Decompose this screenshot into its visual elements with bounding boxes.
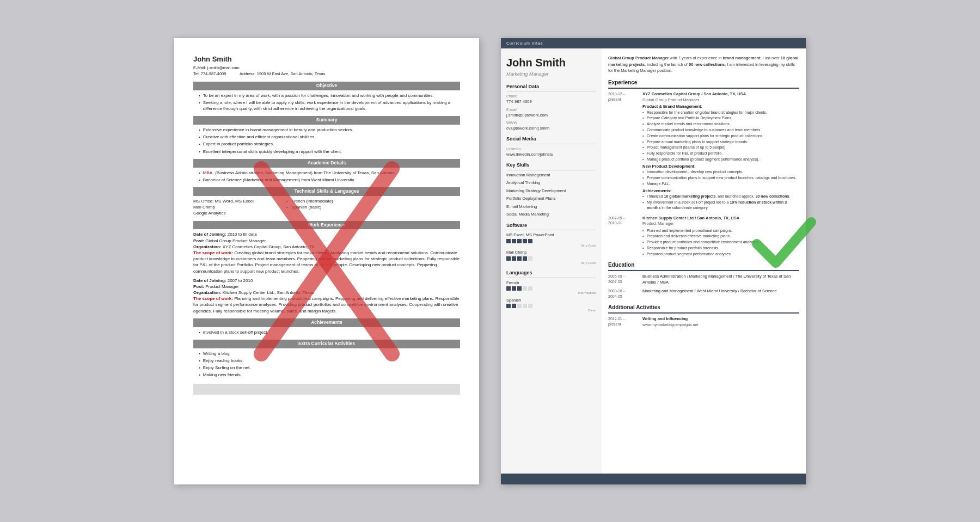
summary-bullet-1: Extensive experience in brand management… (193, 127, 460, 133)
languages-list: French Intermediate Spanish (506, 280, 596, 313)
summary-bullet-4: Excellent interpersonal skills quickly d… (193, 149, 460, 155)
good-resume: Curriculum Vitae John Smith Marketing Ma… (501, 38, 806, 484)
exp-date-1: 2010-12 -present (608, 91, 638, 211)
software-excel: MS Excel, MS PowerPoint Very Good (506, 232, 596, 248)
work-entry-2: Date of Joining: 2007 to 2010 Post: Prod… (193, 278, 460, 314)
social-title: Social Media (506, 136, 596, 144)
www-label: WWW (506, 120, 596, 126)
academic-bullet-2: Bachelor of Science (Marketing and Manag… (193, 177, 460, 183)
phone-label: Phone (506, 94, 596, 99)
work-entry-1: Date of Joining: 2010 to till date Post:… (193, 231, 460, 274)
exp-entry-2: 2007-09 -2010-11 Kitchen Supply Center L… (608, 216, 799, 257)
edu-entry-2: 2000-10 -2004-05 Marketing and Managemen… (608, 288, 799, 299)
objective-title: Objective (193, 82, 460, 90)
academic-bullet-1: MBA (Business Administration, Marketing … (193, 170, 460, 176)
tech-skills-row: MS Office: MS Word, MS Excel Mail Chimp … (193, 198, 460, 217)
tech-left: MS Office: MS Word, MS Excel Mail Chimp … (193, 198, 254, 217)
education-title: Education (608, 261, 799, 271)
left-email: E-Mail: j.smith@mail.com (193, 65, 460, 71)
lang-french: French Intermediate (506, 280, 596, 296)
extra-bullet-2: Enjoy reading books. (193, 358, 460, 364)
skills-title: Key Skills (506, 162, 596, 170)
left-name: John Smith (193, 54, 460, 64)
skill-analytical: Analytical Thinking (506, 180, 596, 186)
languages-title: Languages (506, 269, 596, 278)
cv-left-col: John Smith Marketing Manager Personal Da… (501, 48, 602, 473)
experience-title: Experience (608, 79, 799, 89)
activities-title: Additional Activities (608, 304, 799, 314)
skill-marketing-strategy: Marketing Strategy Development (506, 188, 596, 194)
skills-list: Innovation Management Analytical Thinkin… (506, 173, 596, 218)
summary-title: Summary (193, 116, 460, 125)
cv-bottom-bar (501, 474, 806, 484)
bad-resume: John Smith E-Mail: j.smith@mail.com Tel:… (174, 38, 479, 484)
edu-entry-1: 2005-09 -2007-05 Business Administration… (608, 274, 799, 285)
linkedin-value: www.linkedin.com/johnstu (506, 152, 596, 158)
activity-entry-1: 2012-01 -present Writing and Influencing… (608, 316, 799, 327)
extra-bullet-3: Enjoy Surfing on the net. (193, 365, 460, 371)
exp-entry-1: 2010-12 -present XYZ Cosmetics Capital G… (608, 91, 799, 211)
academic-title: Academic Details (193, 159, 460, 168)
summary-bullet-2: Creative with effective and efficient or… (193, 134, 460, 140)
linkedin-label: LinkedIn (506, 146, 596, 152)
skill-innovation: Innovation Management (506, 173, 596, 179)
exp-date-2: 2007-09 -2010-11 (608, 216, 638, 257)
left-tel-address: Tel: 774-987-4009 Address: 1905 W East A… (193, 71, 460, 77)
extra-title: Extra Curricular Activities (193, 340, 460, 348)
cv-right-col: Global Group Product Manager with 7 year… (602, 48, 806, 473)
skill-portfolio: Portfolio Deployment Plans (506, 196, 596, 202)
software-list: MS Excel, MS PowerPoint Very Good Mail C… (506, 232, 596, 265)
skill-email-marketing: E-mail Marketing (506, 204, 596, 210)
extra-bullet-1: Writing a blog. (193, 351, 460, 357)
cv-label: Curriculum Vitae (506, 41, 543, 45)
lang-spanish: Spanish Basic (506, 298, 596, 313)
email-value: j.smith@uptowork.com (506, 113, 596, 119)
main-container: John Smith E-Mail: j.smith@mail.com Tel:… (152, 16, 828, 506)
achievements-bullet: Involved in a stock sell-off project. (193, 329, 460, 335)
cv-header-bar: Curriculum Vitae (501, 38, 806, 49)
phone-value: 774-987-4009 (506, 99, 596, 105)
objective-bullet-1: To be an expert in my area of work, with… (193, 93, 460, 99)
skill-social-media: Social Media Marketing (506, 212, 596, 218)
email-label: E-mail (506, 107, 596, 113)
cv-body: John Smith Marketing Manager Personal Da… (501, 48, 806, 473)
mailchimp-bar (506, 256, 596, 261)
lang-right: • French (intermediate) • Spanish (basic… (286, 198, 333, 217)
work-title: Work Experience (193, 221, 460, 230)
excel-bar (506, 239, 596, 243)
right-title: Marketing Manager (506, 71, 596, 78)
technical-title: Technical Skills & Languages (193, 187, 460, 196)
summary-bullet-3: Expert in product portfolio strategies. (193, 141, 460, 147)
achievements-title: Achievements (193, 318, 460, 327)
intro-text: Global Group Product Manager with 7 year… (608, 55, 799, 73)
right-name: John Smith (506, 55, 596, 70)
objective-bullet-2: Seeking a role, where I will be able to … (193, 100, 460, 112)
software-mailchimp: Mail Chimp Very Good (506, 250, 596, 265)
personal-data-title: Personal Data (506, 83, 596, 92)
software-title: Software (506, 222, 596, 231)
extra-bullet-4: Making new friends. (193, 372, 460, 378)
www-value: cv.uptowork.com/j.smith (506, 126, 596, 132)
bottom-bar-left (193, 384, 460, 395)
